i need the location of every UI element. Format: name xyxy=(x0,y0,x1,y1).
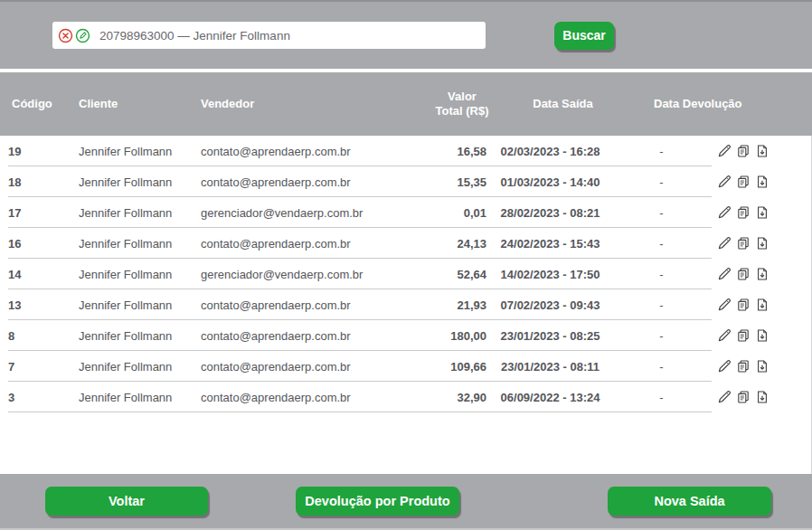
download-icon[interactable] xyxy=(755,236,770,251)
pencil-edit-icon[interactable] xyxy=(717,390,732,404)
row-data-devolucao: - xyxy=(610,175,713,189)
pencil-edit-icon[interactable] xyxy=(717,298,732,312)
row-codigo: 14 xyxy=(0,268,79,281)
copy-icon[interactable] xyxy=(736,175,751,189)
table-row: 17 Jennifer Follmann gerenciador@vendaer… xyxy=(0,197,811,228)
download-icon[interactable] xyxy=(755,359,770,374)
row-cliente: Jennifer Follmann xyxy=(79,206,201,220)
copy-icon[interactable] xyxy=(736,267,751,281)
table-header: Código Cliente Vendedor Valor Total (R$)… xyxy=(0,72,812,136)
download-icon[interactable] xyxy=(755,328,770,343)
row-cliente: Jennifer Follmann xyxy=(79,237,201,251)
copy-icon[interactable] xyxy=(736,390,751,404)
row-actions xyxy=(713,298,811,312)
table-row: 7 Jennifer Follmann contato@aprendaerp.c… xyxy=(0,351,811,382)
row-cliente: Jennifer Follmann xyxy=(79,268,201,281)
row-vendedor: contato@aprendaerp.com.br xyxy=(201,237,434,251)
row-valor-total: 180,00 xyxy=(434,329,490,343)
pencil-edit-icon[interactable] xyxy=(717,267,732,281)
row-codigo: 13 xyxy=(0,298,79,312)
column-header-codigo: Código xyxy=(0,97,79,111)
download-icon[interactable] xyxy=(755,144,770,158)
row-actions xyxy=(713,328,811,343)
row-codigo: 3 xyxy=(0,391,79,404)
row-cliente: Jennifer Follmann xyxy=(79,360,201,374)
circle-pencil-edit-icon[interactable] xyxy=(75,28,90,43)
pencil-edit-icon[interactable] xyxy=(717,144,732,158)
row-valor-total: 21,93 xyxy=(434,298,490,312)
row-codigo: 16 xyxy=(0,237,79,251)
nova-saida-button[interactable]: Nova Saída xyxy=(608,487,771,516)
customer-search-box[interactable] xyxy=(52,22,486,49)
row-cliente: Jennifer Follmann xyxy=(79,175,201,189)
row-vendedor: contato@aprendaerp.com.br xyxy=(201,329,434,343)
table-row: 19 Jennifer Follmann contato@aprendaerp.… xyxy=(0,136,811,166)
row-data-devolucao: - xyxy=(610,237,713,251)
column-header-vendedor: Vendedor xyxy=(201,97,434,111)
copy-icon[interactable] xyxy=(736,328,751,343)
row-data-devolucao: - xyxy=(610,391,713,404)
pencil-edit-icon[interactable] xyxy=(717,236,732,251)
row-data-saida: 02/03/2023 - 16:28 xyxy=(490,145,610,158)
search-input[interactable] xyxy=(99,24,478,47)
row-vendedor: contato@aprendaerp.com.br xyxy=(201,298,434,312)
buscar-button[interactable]: Buscar xyxy=(554,22,614,50)
row-codigo: 7 xyxy=(0,360,79,374)
row-data-saida: 28/02/2023 - 08:21 xyxy=(490,206,610,220)
row-valor-total: 24,13 xyxy=(434,237,490,251)
download-icon[interactable] xyxy=(755,175,770,189)
row-data-devolucao: - xyxy=(610,206,713,220)
column-header-valor-total: Valor Total (R$) xyxy=(434,90,490,118)
pencil-edit-icon[interactable] xyxy=(717,175,732,189)
pencil-edit-icon[interactable] xyxy=(717,359,732,374)
row-codigo: 18 xyxy=(0,175,79,189)
row-cliente: Jennifer Follmann xyxy=(79,145,201,158)
pencil-edit-icon[interactable] xyxy=(717,328,732,343)
row-cliente: Jennifer Follmann xyxy=(79,391,201,404)
row-valor-total: 52,64 xyxy=(434,268,490,281)
circle-x-clear-icon[interactable] xyxy=(58,28,73,43)
row-valor-total: 32,90 xyxy=(434,391,490,404)
row-data-devolucao: - xyxy=(610,329,713,343)
row-vendedor: gerenciador@vendaerp.com.br xyxy=(201,206,434,220)
table-row: 8 Jennifer Follmann contato@aprendaerp.c… xyxy=(0,320,811,351)
row-vendedor: contato@aprendaerp.com.br xyxy=(201,175,434,189)
devolucao-por-produto-button[interactable]: Devolução por Produto xyxy=(296,487,459,516)
copy-icon[interactable] xyxy=(736,298,751,312)
row-cliente: Jennifer Follmann xyxy=(79,329,201,343)
row-actions xyxy=(713,236,811,251)
column-header-cliente: Cliente xyxy=(79,97,201,111)
app-window: Buscar Código Cliente Vendedor Valor Tot… xyxy=(0,0,812,530)
footer-action-bar: Voltar Devolução por Produto Nova Saída xyxy=(0,474,812,528)
download-icon[interactable] xyxy=(755,390,770,404)
copy-icon[interactable] xyxy=(736,205,751,220)
row-actions xyxy=(713,390,811,404)
row-codigo: 19 xyxy=(0,145,79,158)
row-actions xyxy=(713,267,811,281)
table-row: 13 Jennifer Follmann contato@aprendaerp.… xyxy=(0,289,811,320)
voltar-button[interactable]: Voltar xyxy=(45,487,208,516)
row-data-devolucao: - xyxy=(610,145,713,158)
download-icon[interactable] xyxy=(755,267,770,281)
row-data-saida: 06/09/2022 - 13:24 xyxy=(490,391,610,404)
row-actions xyxy=(713,359,811,374)
row-codigo: 8 xyxy=(0,329,79,343)
download-icon[interactable] xyxy=(755,298,770,312)
table-body: 19 Jennifer Follmann contato@aprendaerp.… xyxy=(0,136,812,474)
download-icon[interactable] xyxy=(755,205,770,220)
row-vendedor: gerenciador@vendaerp.com.br xyxy=(201,268,434,281)
row-data-saida: 07/02/2023 - 09:43 xyxy=(490,298,610,312)
pencil-edit-icon[interactable] xyxy=(717,205,732,220)
row-actions xyxy=(713,144,811,158)
table-row: 18 Jennifer Follmann contato@aprendaerp.… xyxy=(0,166,811,197)
row-vendedor: contato@aprendaerp.com.br xyxy=(201,391,434,404)
copy-icon[interactable] xyxy=(736,236,751,251)
row-vendedor: contato@aprendaerp.com.br xyxy=(201,360,434,374)
row-data-devolucao: - xyxy=(610,360,713,374)
copy-icon[interactable] xyxy=(736,144,751,158)
copy-icon[interactable] xyxy=(736,359,751,374)
row-data-saida: 01/03/2023 - 14:40 xyxy=(490,175,610,189)
row-valor-total: 0,01 xyxy=(434,206,490,220)
table-row: 14 Jennifer Follmann gerenciador@vendaer… xyxy=(0,259,811,289)
row-valor-total: 109,66 xyxy=(434,360,490,374)
